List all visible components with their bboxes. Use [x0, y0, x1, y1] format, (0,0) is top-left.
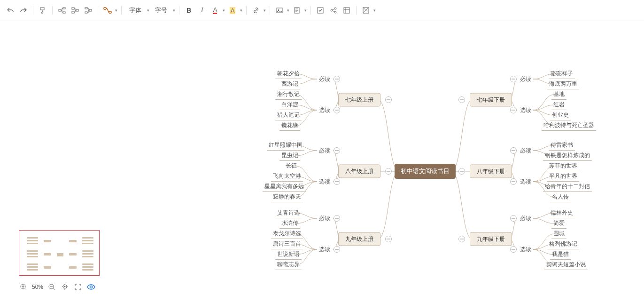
fit-button[interactable] — [73, 282, 83, 292]
font-color-button[interactable]: A — [209, 5, 221, 16]
font-family-select[interactable]: 字体 — [125, 6, 145, 15]
toggle-g9u[interactable] — [385, 236, 392, 242]
category-must[interactable]: 必读 — [319, 215, 330, 223]
leaf-node[interactable]: 契诃夫短篇小说 — [544, 260, 588, 270]
toggle-g9d[interactable] — [458, 236, 465, 242]
style-button[interactable] — [360, 5, 372, 16]
eye-button[interactable] — [86, 282, 96, 292]
parent-node-button[interactable] — [83, 5, 94, 16]
toggle-g7u-opt[interactable] — [334, 107, 340, 113]
category-must[interactable]: 必读 — [520, 147, 531, 155]
leaf-node[interactable]: 寂静的春天 — [271, 192, 303, 202]
category-opt[interactable]: 选读 — [520, 106, 531, 114]
grade-node[interactable]: 八年级上册 — [338, 165, 380, 178]
leaf-node[interactable]: 镜花缘 — [279, 120, 300, 131]
chevron-down-icon[interactable]: ▾ — [373, 8, 376, 13]
leaf-node[interactable]: 海底两万里 — [547, 79, 579, 89]
link-button[interactable] — [250, 5, 262, 16]
toggle-g8u-must[interactable] — [334, 147, 340, 154]
sibling-node-button[interactable] — [70, 5, 81, 16]
redo-button[interactable] — [18, 5, 29, 16]
leaf-node[interactable]: 红星照耀中国 — [267, 140, 304, 151]
leaf-node[interactable]: 红岩 — [551, 100, 566, 110]
category-must[interactable]: 必读 — [319, 75, 330, 83]
leaf-node[interactable]: 格列佛游记 — [547, 239, 579, 249]
bold-button[interactable]: B — [183, 5, 194, 16]
category-must[interactable]: 必读 — [319, 147, 330, 155]
grade-node[interactable]: 七年级上册 — [338, 93, 380, 107]
leaf-node[interactable]: 湘行散记 — [275, 89, 302, 100]
chevron-down-icon[interactable]: ▾ — [264, 8, 266, 13]
font-size-select[interactable]: 字号 — [151, 6, 171, 15]
undo-button[interactable] — [5, 5, 16, 16]
tag-button[interactable] — [328, 5, 339, 16]
root-node[interactable]: 初中语文阅读书目 — [395, 164, 456, 179]
toggle-g7u-must[interactable] — [334, 76, 340, 82]
locate-button[interactable] — [60, 282, 70, 292]
category-opt[interactable]: 选读 — [520, 246, 531, 254]
leaf-node[interactable]: 猎人笔记 — [275, 110, 302, 120]
chevron-down-icon[interactable]: ▾ — [115, 8, 117, 13]
toggle-g9d-must[interactable] — [510, 215, 517, 222]
task-button[interactable] — [315, 5, 326, 16]
leaf-node[interactable]: 围城 — [551, 229, 566, 239]
toggle-g8d[interactable] — [458, 168, 465, 175]
zoom-in-button[interactable] — [19, 282, 28, 292]
toggle-g7u[interactable] — [385, 96, 392, 103]
leaf-node[interactable]: 我是猫 — [550, 249, 571, 260]
category-opt[interactable]: 选读 — [319, 246, 330, 254]
chevron-down-icon[interactable]: ▾ — [240, 8, 242, 13]
chevron-down-icon[interactable]: ▾ — [287, 8, 289, 13]
leaf-node[interactable]: 创业史 — [550, 110, 571, 120]
chevron-down-icon[interactable]: ▾ — [173, 8, 175, 13]
table-button[interactable] — [341, 5, 352, 16]
leaf-node[interactable]: 苏菲的世界 — [547, 161, 579, 171]
toggle-g7d[interactable] — [458, 96, 465, 103]
leaf-node[interactable]: 朝花夕拾 — [275, 69, 302, 79]
chevron-down-icon[interactable]: ▾ — [304, 8, 307, 13]
toggle-g9d-opt[interactable] — [510, 246, 517, 253]
leaf-node[interactable]: 世说新语 — [275, 249, 302, 260]
leaf-node[interactable]: 飞向太空港 — [271, 171, 303, 182]
grade-node[interactable]: 七年级下册 — [470, 93, 512, 107]
leaf-node[interactable]: 骆驼祥子 — [549, 69, 575, 79]
leaf-node[interactable]: 昆虫记 — [279, 151, 300, 161]
grade-node[interactable]: 九年级上册 — [338, 232, 380, 246]
grade-node[interactable]: 八年级下册 — [470, 165, 512, 178]
leaf-node[interactable]: 给青年的十二封信 — [543, 182, 592, 192]
leaf-node[interactable]: 水浒传 — [279, 218, 300, 229]
leaf-node[interactable]: 哈利波特与死亡圣器 — [542, 120, 596, 131]
zoom-out-button[interactable] — [47, 282, 56, 292]
leaf-node[interactable]: 名人传 — [550, 192, 571, 202]
toggle-g7d-opt[interactable] — [510, 107, 517, 113]
toggle-g8u[interactable] — [385, 168, 392, 175]
leaf-node[interactable]: 白洋淀 — [279, 100, 300, 110]
leaf-node[interactable]: 简爱 — [551, 218, 566, 229]
toggle-g9u-opt[interactable] — [334, 246, 340, 253]
category-must[interactable]: 必读 — [520, 75, 531, 83]
toggle-g8u-opt[interactable] — [334, 178, 340, 185]
grade-node[interactable]: 九年级下册 — [470, 232, 512, 246]
leaf-node[interactable]: 儒林外史 — [549, 208, 575, 218]
leaf-node[interactable]: 基地 — [551, 89, 566, 100]
chevron-down-icon[interactable]: ▾ — [147, 8, 149, 13]
relationship-button[interactable] — [102, 5, 113, 16]
leaf-node[interactable]: 钢铁是怎样炼成的 — [543, 151, 592, 161]
toggle-g7d-must[interactable] — [510, 76, 517, 82]
leaf-node[interactable]: 艾青诗选 — [275, 208, 302, 218]
leaf-node[interactable]: 聊斋志异 — [275, 260, 302, 270]
leaf-node[interactable]: 泰戈尔诗选 — [271, 229, 303, 239]
leaf-node[interactable]: 星星离我有多远 — [263, 182, 306, 192]
leaf-node[interactable]: 长征 — [284, 161, 299, 171]
category-opt[interactable]: 选读 — [319, 106, 330, 114]
category-opt[interactable]: 选读 — [319, 178, 330, 186]
highlight-button[interactable]: A — [227, 5, 238, 16]
chevron-down-icon[interactable]: ▾ — [223, 8, 225, 13]
leaf-node[interactable]: 西游记 — [279, 79, 300, 89]
category-must[interactable]: 必读 — [520, 215, 531, 223]
toggle-g8d-must[interactable] — [510, 147, 517, 154]
leaf-node[interactable]: 平凡的世界 — [547, 171, 579, 182]
format-painter-button[interactable] — [37, 5, 48, 16]
toggle-g9u-must[interactable] — [334, 215, 340, 222]
note-button[interactable] — [291, 5, 303, 16]
